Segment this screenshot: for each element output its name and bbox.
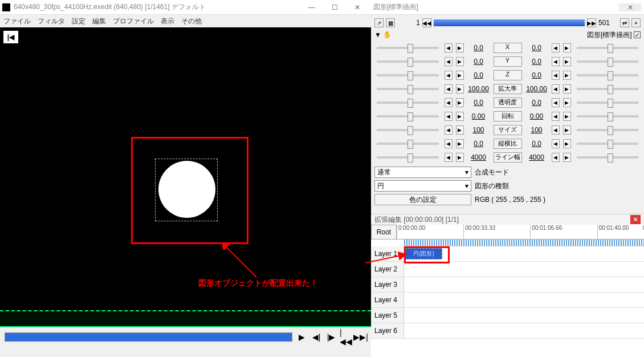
minimize-button[interactable]: — [300, 3, 323, 11]
slider-right[interactable] [577, 47, 639, 49]
nudge-right-dec[interactable]: ◀ [552, 57, 560, 66]
nudge-right-dec[interactable]: ◀ [552, 84, 560, 94]
nudge-left-inc[interactable]: ▶ [456, 139, 464, 148]
slider-right[interactable] [577, 115, 639, 117]
layer-track[interactable] [404, 277, 644, 292]
slider-left[interactable] [377, 115, 439, 117]
layer-track[interactable] [404, 262, 644, 277]
value-right[interactable]: 100.00 [525, 85, 548, 93]
prop-label-縦横比[interactable]: 縦横比 [494, 139, 522, 149]
nudge-left-dec[interactable]: ◀ [445, 153, 453, 162]
layer-track[interactable] [404, 293, 644, 307]
end-button[interactable]: ▶▶| [355, 331, 366, 343]
frame-next-button[interactable]: ▶▶ [587, 18, 596, 27]
slider-left[interactable] [377, 60, 439, 63]
tree-toggle-icon[interactable]: ▼ ✋ [374, 31, 392, 39]
layer-track[interactable] [404, 323, 644, 338]
nudge-left-dec[interactable]: ◀ [445, 112, 453, 121]
prop-label-Y[interactable]: Y [494, 56, 522, 67]
slider-right[interactable] [577, 129, 639, 131]
value-left[interactable]: 0.0 [467, 58, 490, 66]
layer-label[interactable]: Layer 5 [371, 308, 404, 323]
value-left[interactable]: 100 [467, 126, 490, 134]
value-right[interactable]: 0.0 [525, 99, 548, 107]
nudge-left-inc[interactable]: ▶ [456, 84, 464, 94]
prop-close-button[interactable]: ✕ [619, 3, 642, 11]
layer-label[interactable]: Layer 3 [371, 277, 404, 292]
value-left[interactable]: 0.0 [467, 99, 490, 107]
value-right[interactable]: 100 [525, 126, 548, 134]
add-button[interactable]: + [631, 18, 641, 27]
nudge-right-dec[interactable]: ◀ [552, 43, 560, 52]
frame-progress[interactable] [434, 19, 585, 26]
nudge-right-dec[interactable]: ◀ [552, 112, 560, 121]
menu-other[interactable]: その他 [181, 17, 202, 26]
nudge-right-inc[interactable]: ▶ [563, 139, 571, 148]
nudge-left-inc[interactable]: ▶ [456, 57, 464, 66]
prop-label-回転[interactable]: 回転 [494, 111, 522, 121]
value-left[interactable]: 0.0 [467, 140, 490, 148]
layer-up-icon[interactable]: ↗ [374, 18, 384, 27]
layer-dup-icon[interactable]: ▦ [386, 18, 395, 27]
preview-area[interactable]: |◀ 図形オブジェクトが配置出来た！ [0, 27, 371, 310]
menu-file[interactable]: ファイル [3, 17, 31, 26]
layer-label[interactable]: Layer 1 [371, 246, 404, 261]
slider-right[interactable] [577, 143, 639, 145]
value-right[interactable]: 0.0 [525, 140, 548, 148]
nudge-right-dec[interactable]: ◀ [552, 139, 560, 148]
layer-track[interactable] [404, 308, 644, 323]
nudge-right-inc[interactable]: ▶ [563, 71, 571, 80]
value-left[interactable]: 0.0 [467, 44, 490, 52]
nudge-left-dec[interactable]: ◀ [445, 84, 453, 94]
nudge-left-dec[interactable]: ◀ [445, 71, 453, 80]
nudge-right-inc[interactable]: ▶ [563, 43, 571, 52]
prop-label-Z[interactable]: Z [494, 70, 522, 80]
menu-edit[interactable]: 編集 [92, 17, 106, 26]
value-right[interactable]: 0.0 [525, 58, 548, 66]
prop-label-透明度[interactable]: 透明度 [494, 98, 522, 108]
prop-label-ライン幅[interactable]: ライン幅 [494, 152, 522, 163]
nudge-left-inc[interactable]: ▶ [456, 153, 464, 162]
nudge-left-dec[interactable]: ◀ [445, 57, 453, 66]
value-right[interactable]: 0.0 [525, 44, 548, 52]
value-right[interactable]: 0.00 [525, 112, 548, 120]
slider-left[interactable] [377, 156, 439, 159]
blend-mode-select[interactable]: 通常▾ [374, 167, 471, 178]
nudge-right-inc[interactable]: ▶ [563, 153, 571, 162]
slider-left[interactable] [377, 74, 439, 76]
value-left[interactable]: 0.00 [467, 112, 490, 120]
nudge-left-dec[interactable]: ◀ [445, 43, 453, 52]
time-ruler[interactable]: 0:00:00.00 00:00:33.33 00:01:06.66 00:01… [397, 225, 644, 240]
menu-filter[interactable]: フィルタ [38, 17, 65, 26]
shape-type-select[interactable]: 円▾ [374, 180, 471, 192]
layer-label[interactable]: Layer 6 [371, 323, 404, 338]
nudge-right-dec[interactable]: ◀ [552, 71, 560, 80]
nudge-left-dec[interactable]: ◀ [445, 139, 453, 148]
value-left[interactable]: 4000 [467, 153, 490, 161]
timeline-close-button[interactable]: ✕ [630, 215, 641, 224]
nudge-left-dec[interactable]: ◀ [445, 125, 453, 135]
nudge-right-inc[interactable]: ▶ [563, 112, 571, 121]
next-frame-button[interactable]: |▶ [325, 331, 337, 343]
menu-profile[interactable]: プロファイル [113, 17, 154, 26]
prop-label-サイズ[interactable]: サイズ [494, 125, 522, 135]
nudge-left-inc[interactable]: ▶ [456, 71, 464, 80]
nudge-right-dec[interactable]: ◀ [552, 98, 560, 107]
nudge-left-inc[interactable]: ▶ [456, 98, 464, 107]
slider-left[interactable] [377, 47, 439, 49]
nudge-left-inc[interactable]: ▶ [456, 125, 464, 135]
slider-left[interactable] [377, 102, 439, 104]
nudge-left-inc[interactable]: ▶ [456, 112, 464, 121]
seek-track[interactable] [5, 332, 292, 342]
slider-left[interactable] [377, 129, 439, 131]
shape-circle[interactable] [158, 161, 215, 218]
value-left[interactable]: 0.0 [467, 71, 490, 79]
slider-left[interactable] [377, 88, 439, 90]
close-button[interactable]: ✕ [346, 3, 369, 11]
menu-view[interactable]: 表示 [161, 17, 174, 26]
nudge-left-dec[interactable]: ◀ [445, 98, 453, 107]
layer-label[interactable]: Layer 4 [371, 293, 404, 307]
slider-right[interactable] [577, 74, 639, 76]
prop-label-拡大率[interactable]: 拡大率 [494, 84, 522, 94]
nudge-left-inc[interactable]: ▶ [456, 43, 464, 52]
